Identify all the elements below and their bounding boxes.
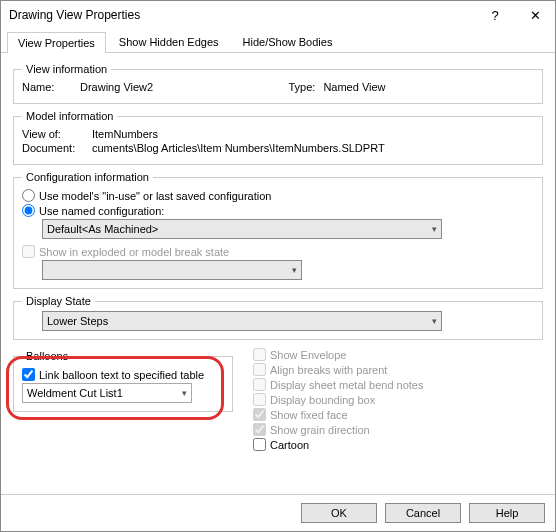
- group-display-state: Display State Lower Steps ▾: [13, 295, 543, 340]
- cancel-button[interactable]: Cancel: [385, 503, 461, 523]
- label-view-of: View of:: [22, 128, 92, 140]
- dialog-footer: OK Cancel Help: [1, 494, 555, 531]
- label-document: Document:: [22, 142, 92, 154]
- help-button[interactable]: ?: [475, 1, 515, 29]
- check-show-envelope: [253, 348, 266, 361]
- chevron-down-icon: ▾: [182, 388, 187, 398]
- combo-balloon-table[interactable]: Weldment Cut List1 ▾: [22, 383, 192, 403]
- radio-in-use-config[interactable]: [22, 189, 35, 202]
- label-show-envelope: Show Envelope: [270, 349, 346, 361]
- check-cartoon[interactable]: [253, 438, 266, 451]
- help-button-footer[interactable]: Help: [469, 503, 545, 523]
- value-view-of: ItemNumbers: [92, 128, 534, 140]
- check-display-bend-notes: [253, 378, 266, 391]
- close-button[interactable]: ✕: [515, 1, 555, 29]
- label-type: Type:: [288, 81, 315, 93]
- label-align-breaks: Align breaks with parent: [270, 364, 387, 376]
- label-in-use-config: Use model's "in-use" or last saved confi…: [39, 190, 271, 202]
- label-show-fixed-face: Show fixed face: [270, 409, 348, 421]
- tab-hide-show-bodies[interactable]: Hide/Show Bodies: [232, 31, 344, 52]
- combo-balloon-table-value: Weldment Cut List1: [27, 387, 123, 399]
- label-exploded-state: Show in exploded or model break state: [39, 246, 229, 258]
- combo-display-state-value: Lower Steps: [47, 315, 108, 327]
- label-show-grain-direction: Show grain direction: [270, 424, 370, 436]
- tab-strip: View Properties Show Hidden Edges Hide/S…: [1, 31, 555, 53]
- check-show-fixed-face: [253, 408, 266, 421]
- check-align-breaks: [253, 363, 266, 376]
- combo-display-state[interactable]: Lower Steps ▾: [42, 311, 442, 331]
- check-exploded-state: [22, 245, 35, 258]
- label-named-config: Use named configuration:: [39, 205, 164, 217]
- label-name: Name:: [22, 81, 80, 93]
- tab-view-properties[interactable]: View Properties: [7, 32, 106, 53]
- legend-configuration-information: Configuration information: [22, 171, 153, 183]
- legend-model-information: Model information: [22, 110, 117, 122]
- ok-button[interactable]: OK: [301, 503, 377, 523]
- legend-view-information: View information: [22, 63, 111, 75]
- combo-exploded-state: ▾: [42, 260, 302, 280]
- check-link-balloon-text[interactable]: [22, 368, 35, 381]
- label-link-balloon-text: Link balloon text to specified table: [39, 369, 204, 381]
- combo-named-config-value: Default<As Machined>: [47, 223, 158, 235]
- check-display-bounding-box: [253, 393, 266, 406]
- value-name: Drawing View2: [80, 81, 228, 93]
- label-display-bounding-box: Display bounding box: [270, 394, 375, 406]
- radio-named-config[interactable]: [22, 204, 35, 217]
- tab-show-hidden-edges[interactable]: Show Hidden Edges: [108, 31, 230, 52]
- value-document: cuments\Blog Articles\Item Numbers\ItemN…: [92, 142, 534, 154]
- window-title: Drawing View Properties: [9, 8, 475, 22]
- chevron-down-icon: ▾: [292, 265, 297, 275]
- group-model-information: Model information View of: ItemNumbers D…: [13, 110, 543, 165]
- group-configuration-information: Configuration information Use model's "i…: [13, 171, 543, 289]
- label-display-bend-notes: Display sheet metal bend notes: [270, 379, 423, 391]
- title-bar: Drawing View Properties ? ✕: [1, 1, 555, 29]
- chevron-down-icon: ▾: [432, 316, 437, 326]
- legend-balloons: Balloons: [22, 350, 72, 362]
- label-cartoon: Cartoon: [270, 439, 309, 451]
- legend-display-state: Display State: [22, 295, 95, 307]
- value-type: Named View: [323, 81, 385, 93]
- chevron-down-icon: ▾: [432, 224, 437, 234]
- group-view-information: View information Name: Drawing View2 Typ…: [13, 63, 543, 104]
- combo-named-config[interactable]: Default<As Machined> ▾: [42, 219, 442, 239]
- group-balloons: Balloons Link balloon text to specified …: [13, 350, 233, 412]
- check-show-grain-direction: [253, 423, 266, 436]
